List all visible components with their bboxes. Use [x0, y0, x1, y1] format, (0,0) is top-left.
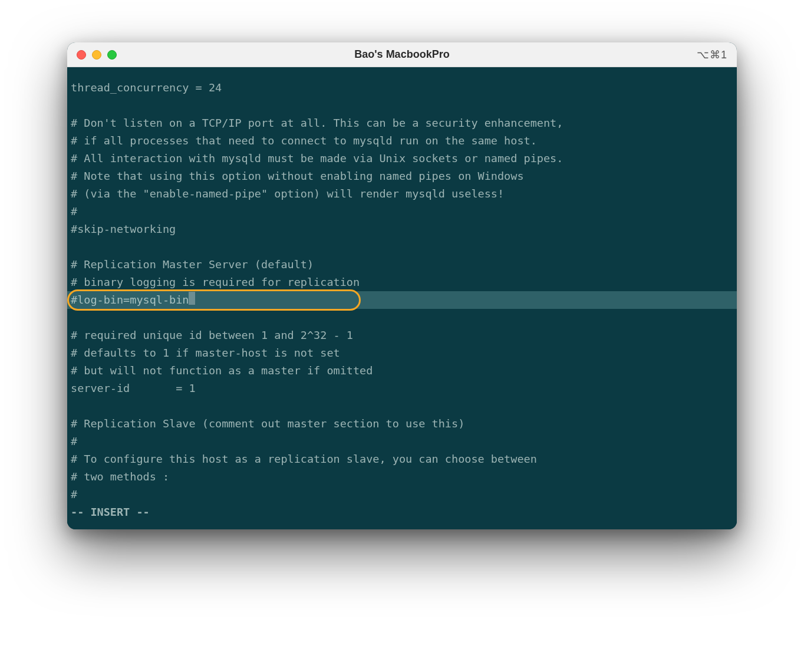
- terminal-line-highlighted[interactable]: #log-bin=mysql-bin: [67, 291, 737, 309]
- terminal-line[interactable]: [67, 309, 737, 327]
- terminal-line[interactable]: #: [67, 203, 737, 220]
- terminal-line[interactable]: [67, 397, 737, 415]
- window-shortcut-label: ⌥⌘1: [697, 48, 727, 61]
- terminal-line[interactable]: [67, 238, 737, 256]
- terminal-line[interactable]: # binary logging is required for replica…: [67, 274, 737, 291]
- terminal-line[interactable]: #: [67, 433, 737, 450]
- terminal-line[interactable]: # Replication Slave (comment out master …: [67, 415, 737, 433]
- terminal-line[interactable]: # Don't listen on a TCP/IP port at all. …: [67, 114, 737, 132]
- traffic-lights: [77, 50, 117, 60]
- terminal-content[interactable]: thread_concurrency = 24# Don't listen on…: [67, 67, 737, 529]
- terminal-line[interactable]: # (via the "enable-named-pipe" option) w…: [67, 185, 737, 203]
- close-button[interactable]: [77, 50, 86, 60]
- terminal-line[interactable]: # required unique id between 1 and 2^32 …: [67, 327, 737, 344]
- terminal-line[interactable]: thread_concurrency = 24: [67, 79, 737, 97]
- terminal-line[interactable]: # but will not function as a master if o…: [67, 362, 737, 380]
- terminal-line[interactable]: # All interaction with mysqld must be ma…: [67, 150, 737, 167]
- terminal-line[interactable]: # To configure this host as a replicatio…: [67, 450, 737, 468]
- terminal-line[interactable]: server-id = 1: [67, 380, 737, 397]
- terminal-line[interactable]: # Note that using this option without en…: [67, 167, 737, 185]
- vim-mode-status: -- INSERT --: [67, 503, 737, 521]
- terminal-line[interactable]: # defaults to 1 if master-host is not se…: [67, 344, 737, 362]
- minimize-button[interactable]: [92, 50, 101, 60]
- terminal-line[interactable]: # Replication Master Server (default): [67, 256, 737, 274]
- titlebar: Bao's MacbookPro ⌥⌘1: [67, 42, 737, 67]
- terminal-line[interactable]: #: [67, 486, 737, 503]
- terminal-window: Bao's MacbookPro ⌥⌘1 thread_concurrency …: [67, 42, 737, 529]
- terminal-line[interactable]: # two methods :: [67, 468, 737, 486]
- terminal-line[interactable]: # if all processes that need to connect …: [67, 132, 737, 150]
- text-cursor: [189, 292, 195, 305]
- terminal-line[interactable]: [67, 97, 737, 114]
- window-title: Bao's MacbookPro: [67, 48, 737, 61]
- terminal-line[interactable]: #skip-networking: [67, 220, 737, 238]
- maximize-button[interactable]: [107, 50, 117, 60]
